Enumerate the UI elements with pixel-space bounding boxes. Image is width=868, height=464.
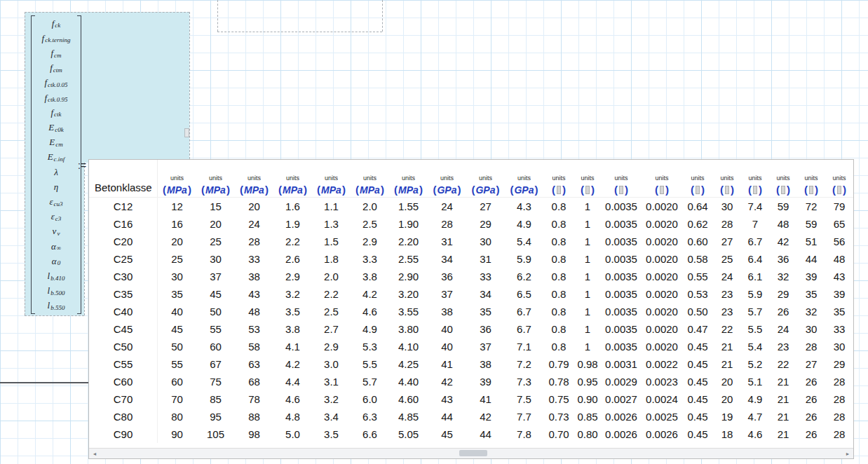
table-cell[interactable]: 0.45 (682, 408, 713, 425)
table-cell[interactable]: 19 (713, 408, 741, 425)
table-cell[interactable]: 5.5 (351, 355, 389, 373)
table-cell[interactable]: 53 (235, 320, 273, 338)
table-cell[interactable]: 7.1 (505, 338, 543, 355)
table-cell[interactable]: 0.45 (682, 425, 713, 443)
row-header-cell[interactable]: C20 (89, 233, 158, 250)
table-cell[interactable]: 0.8 (543, 250, 574, 268)
table-cell[interactable]: 25 (713, 250, 741, 268)
table-cell[interactable]: 0.0022 (642, 355, 682, 373)
table-cell[interactable]: 4.85 (389, 408, 428, 425)
table-cell[interactable]: 38 (235, 268, 273, 285)
unit-header[interactable]: units() (797, 175, 825, 197)
row-header-cell[interactable]: C16 (89, 215, 158, 233)
matrix-variable[interactable]: fck (35, 16, 77, 31)
unit-placeholder[interactable] (837, 186, 841, 194)
table-cell[interactable]: 2.90 (389, 268, 428, 285)
table-cell[interactable]: 37 (428, 285, 466, 303)
table-cell[interactable]: 0.0031 (601, 355, 642, 373)
unit-header[interactable]: units(MPa) (235, 175, 273, 197)
table-cell[interactable]: 44 (466, 425, 505, 443)
table-cell[interactable]: 20 (158, 233, 196, 250)
table-cell[interactable]: 2.9 (312, 338, 351, 355)
table-cell[interactable]: 0.45 (682, 373, 713, 390)
table-cell[interactable]: 65 (825, 215, 853, 233)
table-cell[interactable]: 4.3 (505, 198, 543, 215)
row-header-cell[interactable]: C25 (89, 250, 158, 268)
table-cell[interactable]: 21 (713, 338, 741, 355)
table-cell[interactable]: 3.4 (312, 408, 351, 425)
table-cell[interactable]: 15 (196, 198, 235, 215)
table-cell[interactable]: 6.7 (741, 233, 769, 250)
table-cell[interactable]: 44 (428, 408, 466, 425)
row-header-cell[interactable]: C45 (89, 320, 158, 338)
table-cell[interactable]: 24 (769, 320, 797, 338)
horizontal-scrollbar[interactable]: ◄ ► (89, 448, 853, 458)
table-cell[interactable]: 18 (713, 425, 741, 443)
table-cell[interactable]: 6.3 (351, 408, 389, 425)
table-cell[interactable]: 0.98 (574, 355, 601, 373)
table-cell[interactable]: 0.0035 (601, 198, 642, 215)
unit-header[interactable]: units(GPa) (428, 175, 466, 197)
table-cell[interactable]: 0.0026 (601, 408, 642, 425)
table-cell[interactable]: 27 (797, 355, 825, 373)
table-cell[interactable]: 29 (466, 215, 505, 233)
table-cell[interactable]: 2.0 (351, 198, 389, 215)
table-cell[interactable]: 60 (158, 373, 196, 390)
table-cell[interactable]: 7.7 (505, 408, 543, 425)
table-cell[interactable]: 36 (466, 320, 505, 338)
table-cell[interactable]: 7.8 (505, 425, 543, 443)
table-cell[interactable]: 35 (158, 285, 196, 303)
table-cell[interactable]: 2.9 (351, 233, 389, 250)
matrix-definition[interactable]: fckfck.terningfcmfctmfctk.0.05fctk.0.95f… (31, 15, 81, 314)
table-cell[interactable]: 50 (196, 303, 235, 320)
table-cell[interactable]: 29 (825, 355, 853, 373)
unit-header[interactable]: units() (543, 175, 574, 197)
unit-header[interactable]: units(GPa) (505, 175, 543, 197)
table-cell[interactable]: 23 (769, 338, 797, 355)
table-cell[interactable]: 20 (713, 390, 741, 408)
table-cell[interactable]: 29 (769, 285, 797, 303)
table-cell[interactable]: 1 (574, 285, 601, 303)
table-cell[interactable]: 0.8 (543, 268, 574, 285)
table-cell[interactable]: 0.55 (682, 268, 713, 285)
table-cell[interactable]: 3.8 (273, 320, 312, 338)
table-cell[interactable]: 37 (466, 338, 505, 355)
table-cell[interactable]: 2.55 (389, 250, 428, 268)
table-cell[interactable]: 5.4 (741, 338, 769, 355)
table-cell[interactable]: 0.58 (682, 250, 713, 268)
table-cell[interactable]: 1 (574, 198, 601, 215)
table-cell[interactable]: 41 (428, 355, 466, 373)
table-cell[interactable]: 40 (158, 303, 196, 320)
table-cell[interactable]: 42 (769, 233, 797, 250)
table-cell[interactable]: 36 (769, 250, 797, 268)
table-cell[interactable]: 0.8 (543, 320, 574, 338)
unit-header[interactable]: units(MPa) (389, 175, 428, 197)
table-cell[interactable]: 22 (769, 355, 797, 373)
unit-header[interactable]: units() (642, 175, 682, 197)
table-cell[interactable]: 7.4 (741, 198, 769, 215)
table-cell[interactable]: 1.5 (312, 233, 351, 250)
unit-placeholder[interactable] (660, 186, 664, 194)
table-cell[interactable]: 2.9 (273, 268, 312, 285)
table-cell[interactable]: 24 (235, 215, 273, 233)
table-cell[interactable]: 21 (713, 355, 741, 373)
table-cell[interactable]: 0.50 (682, 303, 713, 320)
table-cell[interactable]: 39 (825, 285, 853, 303)
row-header-cell[interactable]: C40 (89, 303, 158, 320)
table-cell[interactable]: 4.40 (389, 373, 428, 390)
table-cell[interactable]: 55 (196, 320, 235, 338)
unit-header[interactable]: units(MPa) (196, 175, 235, 197)
table-cell[interactable]: 0.0035 (601, 233, 642, 250)
table-cell[interactable]: 0.8 (543, 285, 574, 303)
table-cell[interactable]: 21 (769, 408, 797, 425)
table-cell[interactable]: 35 (466, 303, 505, 320)
table-cell[interactable]: 79 (825, 198, 853, 215)
table-cell[interactable]: 21 (769, 390, 797, 408)
matrix-variable[interactable]: νv (35, 224, 77, 239)
matrix-variable[interactable]: α0 (35, 254, 77, 268)
assignment-operator[interactable]: := (78, 160, 86, 171)
table-cell[interactable]: 0.8 (543, 233, 574, 250)
unit-header[interactable]: units(MPa) (273, 175, 312, 197)
table-cell[interactable]: 0.0025 (642, 408, 682, 425)
table-cell[interactable]: 0.0020 (642, 268, 682, 285)
